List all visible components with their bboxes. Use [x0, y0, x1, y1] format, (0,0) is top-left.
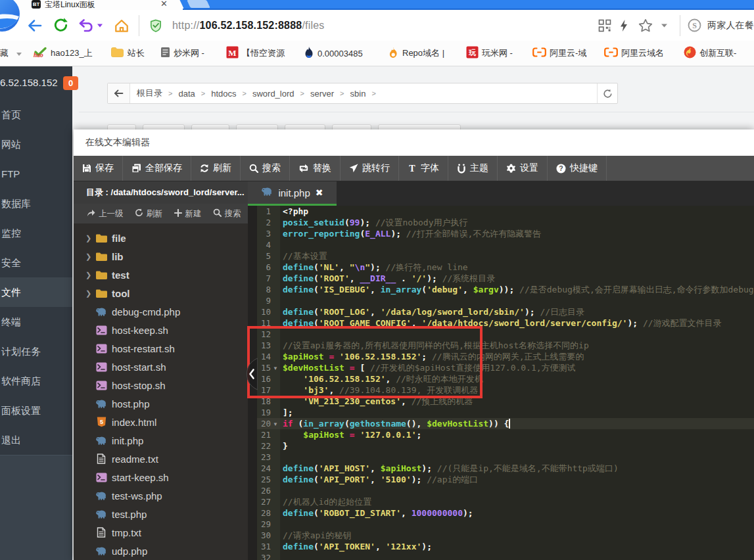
tree-file-udp.php[interactable]: udp.php [74, 542, 248, 560]
bookmark-item[interactable]: 站长 [110, 41, 145, 66]
sogou-icon[interactable]: S [686, 10, 702, 41]
back-button[interactable] [25, 10, 45, 41]
tree-file-debug-cmd.php[interactable]: debug-cmd.php [74, 302, 248, 321]
sidebar-item-首页[interactable]: 首页 [0, 100, 72, 129]
sidebar-item-面板设置[interactable]: 面板设置 [0, 396, 72, 425]
undo-dropdown-caret[interactable] [95, 10, 105, 41]
sidebar-item-计划任务[interactable]: 计划任务 [0, 337, 72, 366]
tree-file-readme.txt[interactable]: readme.txt [74, 450, 248, 468]
tree-toolbar-plus-button[interactable]: 新建 [174, 208, 202, 220]
tree-file-test-ws.php[interactable]: test-ws.php [74, 486, 248, 505]
refresh-button[interactable] [51, 10, 70, 41]
text-cursor [509, 419, 510, 429]
tree-file-host.php[interactable]: host.php [74, 394, 248, 413]
favorite-star-icon[interactable] [636, 10, 655, 41]
path-refresh-button[interactable] [597, 83, 617, 103]
breadcrumb-segment[interactable]: data [178, 89, 195, 99]
tree-toolbar-refresh-button[interactable]: 刷新 [135, 208, 163, 220]
tree-file-test.php[interactable]: test.php [74, 505, 248, 523]
editor-toolbar: 保存全部保存刷新搜索替换跳转行T字体主题设置?快捷键 [74, 156, 754, 181]
sh-icon [95, 343, 108, 354]
tree-folder-tool[interactable]: ❯tool [74, 284, 248, 302]
alicloud-icon [604, 47, 618, 59]
tree-file-host-restart.sh[interactable]: host-restart.sh [74, 339, 248, 358]
breadcrumb-segment[interactable]: 根目录 [137, 87, 162, 99]
tree-collapse-handle[interactable] [247, 358, 258, 390]
bookmark-item[interactable]: 炒米网 - [160, 41, 204, 66]
tree-item-label: file [112, 233, 126, 244]
sidebar-item-文件[interactable]: 文件 [0, 277, 72, 307]
new-tab-button[interactable] [187, 0, 210, 8]
sidebar-item-网站[interactable]: 网站 [0, 129, 72, 159]
dropdown-caret-icon[interactable] [659, 10, 669, 41]
sidebar-item-软件商店[interactable]: 软件商店 [0, 366, 72, 396]
browser-logo-icon[interactable] [0, 0, 21, 34]
line-number: 28 [257, 507, 271, 519]
sidebar-item-数据库[interactable]: 数据库 [0, 189, 72, 218]
code-text: define('ROOT', __DIR__ . '/'); //系统根目录 [283, 273, 495, 284]
tree-folder-lib[interactable]: ❯lib [74, 247, 248, 266]
editor-toolbar-search-button[interactable]: 搜索 [241, 156, 290, 181]
editor-toolbar-save-all-button[interactable]: 全部保存 [123, 156, 191, 181]
bookmark-item[interactable]: 阿里云域名 [604, 41, 664, 66]
tree-folder-test[interactable]: ❯test [74, 266, 248, 284]
breadcrumb-segment[interactable]: sbin [350, 89, 366, 99]
bookmark-item[interactable]: haohao123_上 [33, 41, 93, 66]
tree-file-host-start.sh[interactable]: host-start.sh [74, 358, 248, 376]
chevron-right-icon: ❯ [85, 289, 95, 298]
bookmark-item[interactable]: 藏 [0, 41, 22, 66]
editor-toolbar-refresh-button[interactable]: 刷新 [191, 156, 241, 181]
browser-tab[interactable]: BT 宝塔Linux面板 ✕ [0, 0, 179, 10]
tree-toolbar-up-level-button[interactable]: 上一级 [87, 208, 124, 220]
site-safety-shield-icon[interactable] [149, 10, 163, 41]
address-bar[interactable]: http://106.52.158.152:8888/files [172, 10, 325, 41]
bookmark-item[interactable]: 0.00003485 [304, 41, 363, 66]
bookmark-item[interactable]: M【悟空资源 [226, 41, 285, 66]
sidebar-item-FTP[interactable]: FTP [0, 159, 72, 189]
bookmark-item[interactable]: 玩玩米网 - [466, 41, 513, 66]
qrcode-icon[interactable] [597, 10, 613, 41]
tree-file-index.html[interactable]: 5index.html [74, 413, 248, 431]
breadcrumb-segment[interactable]: htdocs [211, 89, 236, 99]
tree-file-tmp.txt[interactable]: tmp.txt [74, 523, 248, 542]
code-line-29: 29 [257, 519, 754, 530]
code-text: error_reporting(E_ALL); //打开全部错误,不允许有隐藏警… [283, 228, 541, 239]
breadcrumb-segment[interactable]: server [310, 89, 334, 99]
bookmark-label: hao123_上 [51, 47, 93, 59]
editor-toolbar-save-button[interactable]: 保存 [74, 156, 123, 181]
tab-close-icon[interactable]: ✖ [316, 187, 323, 198]
tree-toolbar-search-button[interactable]: 搜索 [213, 208, 241, 220]
tree-file-host-stop.sh[interactable]: host-stop.sh [74, 376, 248, 394]
tree-file-init.php[interactable]: init.php [74, 431, 248, 450]
back-arrow-button[interactable] [108, 83, 130, 103]
bookmark-item[interactable]: 阿里云-域 [532, 41, 586, 66]
sidebar-item-终端[interactable]: 终端 [0, 307, 72, 337]
code-text: define('NL', "\n"); //换行符,new line [283, 262, 468, 273]
editor-toolbar-font-button[interactable]: T字体 [399, 156, 448, 181]
tree-file-host-keep.sh[interactable]: host-keep.sh [74, 321, 248, 339]
bookmark-item[interactable]: 创新互联- [684, 41, 736, 66]
code-line-2: 2posix_setuid(99); //设置nobody用户执行 [257, 217, 754, 228]
tree-file-start-keep.sh[interactable]: start-keep.sh [74, 468, 248, 486]
undo-button[interactable] [77, 10, 95, 41]
editor-toolbar-replace-button[interactable]: 替换 [290, 156, 341, 181]
editor-tab-init-php[interactable]: init.php ✖ [248, 181, 337, 206]
editor-toolbar-theme-button[interactable]: 主题 [448, 156, 498, 181]
sidebar-item-退出[interactable]: 退出 [0, 425, 72, 455]
fold-arrow-icon[interactable]: ▼ [273, 419, 278, 430]
editor-toolbar-settings-gear-button[interactable]: 设置 [498, 156, 548, 181]
bookmark-item[interactable]: Repo域名 | [388, 41, 444, 66]
tree-folder-file[interactable]: ❯file [74, 229, 248, 247]
editor-toolbar-hotkey-button[interactable]: ?快捷键 [548, 156, 607, 181]
breadcrumb-segment[interactable]: sword_lord [252, 89, 295, 99]
tab-close-icon[interactable]: ✕ [160, 0, 168, 9]
lightning-icon[interactable] [617, 10, 631, 41]
sidebar-item-监控[interactable]: 监控 [0, 218, 72, 248]
code-line-19: 19]; [257, 407, 754, 418]
tree-toolbar-label: 搜索 [225, 208, 241, 220]
home-button[interactable] [113, 10, 130, 41]
editor-toolbar-goto-line-button[interactable]: 跳转行 [341, 156, 399, 181]
sidebar-item-安全[interactable]: 安全 [0, 248, 72, 277]
search-icon [213, 208, 222, 219]
line-number: 2 [257, 217, 271, 228]
